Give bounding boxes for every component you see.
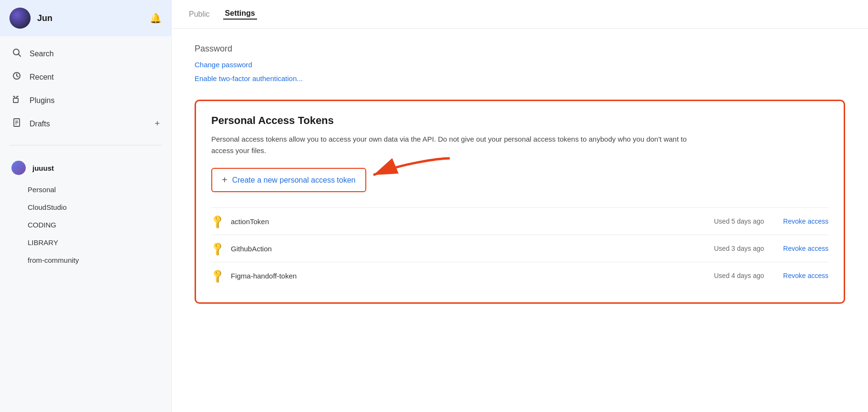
sidebar-item-plugins-label: Plugins — [30, 96, 160, 105]
top-bar: Public Settings — [172, 0, 868, 29]
create-token-button[interactable]: + Create a new personal access token — [211, 168, 366, 192]
token-used-2: Used 4 days ago — [714, 272, 764, 279]
clock-icon — [11, 71, 22, 83]
sidebar-org-section: juuust Personal CloudStudio CODING LIBRA… — [0, 149, 171, 275]
sidebar-item-personal[interactable]: Personal — [0, 181, 171, 198]
annotation-arrow — [364, 154, 459, 192]
change-password-link[interactable]: Change password — [195, 61, 845, 69]
avatar — [10, 8, 31, 29]
user-name-label: Jun — [37, 13, 143, 23]
token-list: 🔑 actionToken Used 5 days ago Revoke acc… — [211, 207, 828, 289]
search-icon — [11, 48, 22, 60]
password-section-label: Password — [195, 44, 845, 54]
org-header: juuust — [0, 155, 171, 181]
main-content: Public Settings Password Change password… — [172, 0, 868, 412]
sidebar-item-recent-label: Recent — [30, 73, 160, 82]
content-area: Password Change password Enable two-fact… — [172, 29, 868, 412]
plugin-icon — [11, 94, 22, 106]
token-name-2: Figma-handoff-token — [231, 272, 706, 280]
notification-bell-icon[interactable]: 🔔 — [150, 12, 162, 24]
sidebar: Jun 🔔 Search Recent — [0, 0, 172, 412]
table-row: 🔑 GithubAction Used 3 days ago Revoke ac… — [211, 235, 828, 262]
key-icon: 🔑 — [209, 240, 226, 257]
svg-rect-3 — [13, 98, 18, 103]
revoke-link-0[interactable]: Revoke access — [783, 217, 828, 225]
token-name-0: actionToken — [231, 217, 706, 226]
sidebar-item-plugins[interactable]: Plugins — [0, 89, 171, 112]
pat-description: Personal access tokens allow you to acce… — [211, 134, 688, 156]
revoke-link-1[interactable]: Revoke access — [783, 245, 828, 252]
svg-line-1 — [19, 54, 21, 57]
sidebar-nav: Search Recent Plugins — [0, 36, 171, 141]
sidebar-item-coding[interactable]: CODING — [0, 216, 171, 234]
table-row: 🔑 actionToken Used 5 days ago Revoke acc… — [211, 207, 828, 235]
sidebar-item-library[interactable]: LIBRARY — [0, 234, 171, 251]
sidebar-item-search[interactable]: Search — [0, 42, 171, 65]
token-used-0: Used 5 days ago — [714, 217, 764, 225]
add-draft-icon[interactable]: + — [155, 119, 160, 129]
draft-icon — [11, 118, 22, 130]
token-name-1: GithubAction — [231, 245, 706, 253]
sidebar-divider — [10, 145, 162, 145]
pat-card: Personal Access Tokens Personal access t… — [195, 100, 845, 304]
sidebar-item-recent[interactable]: Recent — [0, 65, 171, 89]
key-icon: 🔑 — [209, 268, 226, 284]
tab-settings[interactable]: Settings — [223, 9, 257, 20]
sidebar-item-from-community[interactable]: from-community — [0, 251, 171, 269]
table-row: 🔑 Figma-handoff-token Used 4 days ago Re… — [211, 262, 828, 289]
org-name-label: juuust — [32, 164, 54, 172]
tab-public[interactable]: Public — [187, 10, 212, 19]
two-factor-link[interactable]: Enable two-factor authentication... — [195, 74, 845, 82]
pat-title: Personal Access Tokens — [211, 114, 828, 127]
sidebar-user-header[interactable]: Jun 🔔 — [0, 0, 171, 36]
revoke-link-2[interactable]: Revoke access — [783, 272, 828, 279]
token-used-1: Used 3 days ago — [714, 245, 764, 252]
sidebar-item-search-label: Search — [30, 50, 160, 58]
org-avatar — [11, 161, 26, 175]
create-token-label: Create a new personal access token — [232, 176, 356, 185]
plus-icon: + — [222, 175, 227, 185]
sidebar-item-drafts[interactable]: Drafts + — [0, 112, 171, 135]
sidebar-item-cloudstudio[interactable]: CloudStudio — [0, 198, 171, 216]
key-icon: 🔑 — [209, 213, 226, 230]
sidebar-item-drafts-label: Drafts — [30, 120, 147, 128]
